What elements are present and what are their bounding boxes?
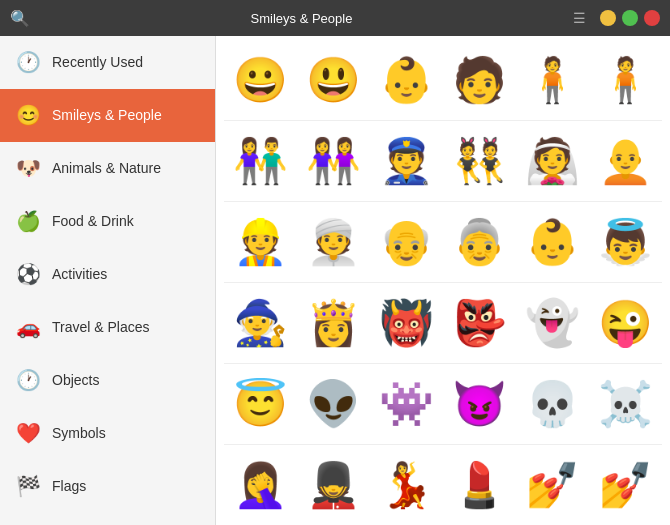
sidebar-item-food-drink[interactable]: 🍏 Food & Drink: [0, 195, 215, 248]
smileys-label: Smileys & People: [52, 107, 162, 123]
emoji-cell[interactable]: 😜: [589, 287, 661, 359]
emoji-cell[interactable]: 👼: [589, 206, 661, 278]
travel-icon: 🚗: [16, 315, 40, 339]
sidebar-item-letters-symbols[interactable]: Á Letters & Symbols ›: [0, 513, 215, 525]
emoji-grid-row4: 😇 👽 👾 😈 💀 ☠️: [216, 364, 670, 444]
emoji-grid-row5: 🤦‍♀️ 💂 💃 💄 💅 💅: [216, 445, 670, 525]
emoji-cell[interactable]: 🧑‍🦲: [589, 125, 661, 197]
flags-label: Flags: [52, 478, 86, 494]
travel-label: Travel & Places: [52, 319, 150, 335]
sidebar-item-recently-used[interactable]: 🕐 Recently Used: [0, 36, 215, 89]
symbols-icon: ❤️: [16, 421, 40, 445]
emoji-cell[interactable]: 👮: [370, 125, 442, 197]
emoji-content: 😀 😃 👶 🧑 🧍 🧍 👫 👭 👮 👯 👰 🧑‍🦲 👷 👳 👴 👵 👶 👼: [216, 36, 670, 525]
emoji-cell[interactable]: 👽: [297, 368, 369, 440]
sidebar-item-travel-places[interactable]: 🚗 Travel & Places: [0, 301, 215, 354]
emoji-cell[interactable]: 👶: [370, 44, 442, 116]
activities-icon: ⚽: [16, 262, 40, 286]
emoji-cell[interactable]: 😃: [297, 44, 369, 116]
animals-icon: 🐶: [16, 156, 40, 180]
emoji-cell[interactable]: 👯: [443, 125, 515, 197]
emoji-cell[interactable]: 👴: [370, 206, 442, 278]
recently-used-icon: 🕐: [16, 50, 40, 74]
menu-icon[interactable]: ☰: [573, 10, 586, 26]
emoji-grid-row2: 👷 👳 👴 👵 👶 👼: [216, 202, 670, 282]
animals-label: Animals & Nature: [52, 160, 161, 176]
emoji-grid-row3: 🧙 👸 👹 👺 👻 😜: [216, 283, 670, 363]
symbols-label: Symbols: [52, 425, 106, 441]
emoji-cell[interactable]: 👻: [516, 287, 588, 359]
minimize-button[interactable]: [600, 10, 616, 26]
emoji-cell[interactable]: 💄: [443, 449, 515, 521]
sidebar-item-animals-nature[interactable]: 🐶 Animals & Nature: [0, 142, 215, 195]
emoji-cell[interactable]: 👹: [370, 287, 442, 359]
emoji-cell[interactable]: 😀: [224, 44, 296, 116]
maximize-button[interactable]: [622, 10, 638, 26]
recently-used-label: Recently Used: [52, 54, 143, 70]
emoji-cell[interactable]: 👷: [224, 206, 296, 278]
emoji-cell[interactable]: 👵: [443, 206, 515, 278]
window-title: Smileys & People: [30, 11, 573, 26]
window-controls: ☰: [573, 10, 660, 26]
sidebar-item-objects[interactable]: 🕐 Objects: [0, 354, 215, 407]
flags-icon: 🏁: [16, 474, 40, 498]
emoji-grid-row1: 👫 👭 👮 👯 👰 🧑‍🦲: [216, 121, 670, 201]
emoji-cell[interactable]: 😈: [443, 368, 515, 440]
food-label: Food & Drink: [52, 213, 134, 229]
sidebar-item-flags[interactable]: 🏁 Flags: [0, 460, 215, 513]
emoji-cell[interactable]: 💀: [516, 368, 588, 440]
emoji-cell[interactable]: 👶: [516, 206, 588, 278]
close-button[interactable]: [644, 10, 660, 26]
emoji-grid-row0: 😀 😃 👶 🧑 🧍 🧍: [216, 40, 670, 120]
sidebar-item-smileys-people[interactable]: 😊 Smileys & People: [0, 89, 215, 142]
emoji-cell[interactable]: 💅: [516, 449, 588, 521]
search-icon[interactable]: 🔍: [10, 9, 30, 28]
emoji-cell[interactable]: 💂: [297, 449, 369, 521]
emoji-cell[interactable]: 👺: [443, 287, 515, 359]
food-icon: 🍏: [16, 209, 40, 233]
emoji-cell[interactable]: 🧙: [224, 287, 296, 359]
objects-label: Objects: [52, 372, 99, 388]
emoji-cell[interactable]: 😇: [224, 368, 296, 440]
main-container: 🕐 Recently Used 😊 Smileys & People 🐶 Ani…: [0, 36, 670, 525]
emoji-cell[interactable]: 💅: [589, 449, 661, 521]
emoji-cell[interactable]: 👳: [297, 206, 369, 278]
emoji-cell[interactable]: 🤦‍♀️: [224, 449, 296, 521]
sidebar-item-activities[interactable]: ⚽ Activities: [0, 248, 215, 301]
emoji-cell[interactable]: ☠️: [589, 368, 661, 440]
titlebar: 🔍 Smileys & People ☰: [0, 0, 670, 36]
sidebar: 🕐 Recently Used 😊 Smileys & People 🐶 Ani…: [0, 36, 216, 525]
emoji-cell[interactable]: 🧑: [443, 44, 515, 116]
emoji-cell[interactable]: 🧍: [516, 44, 588, 116]
emoji-cell[interactable]: 👭: [297, 125, 369, 197]
activities-label: Activities: [52, 266, 107, 282]
emoji-cell[interactable]: 👫: [224, 125, 296, 197]
objects-icon: 🕐: [16, 368, 40, 392]
emoji-cell[interactable]: 👾: [370, 368, 442, 440]
emoji-cell[interactable]: 💃: [370, 449, 442, 521]
sidebar-item-symbols[interactable]: ❤️ Symbols: [0, 407, 215, 460]
emoji-cell[interactable]: 👸: [297, 287, 369, 359]
emoji-cell[interactable]: 🧍: [589, 44, 661, 116]
emoji-cell[interactable]: 👰: [516, 125, 588, 197]
smileys-icon: 😊: [16, 103, 40, 127]
